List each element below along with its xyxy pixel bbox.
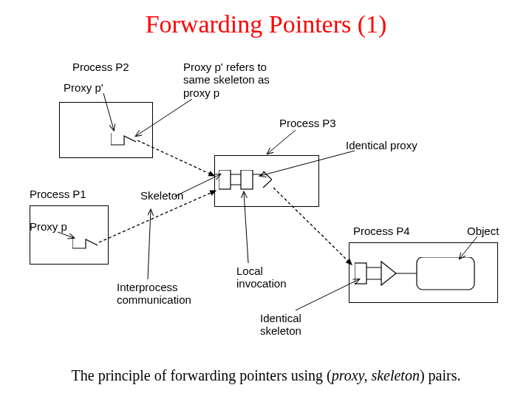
svg-line-11 xyxy=(136,99,192,136)
svg-line-20 xyxy=(369,236,377,244)
caption-suffix: ) pairs. xyxy=(420,367,461,383)
diagram-area: Process P2 Proxy p' Proxy p' refers to s… xyxy=(30,44,502,355)
svg-line-12 xyxy=(267,130,296,154)
slide-title: Forwarding Pointers (1) xyxy=(0,10,532,38)
svg-line-18 xyxy=(244,192,248,263)
svg-line-10 xyxy=(103,93,114,130)
caption-em: proxy, skeleton xyxy=(332,367,420,383)
arrows-layer xyxy=(30,44,502,355)
svg-line-15 xyxy=(174,174,220,197)
svg-line-21 xyxy=(460,236,477,259)
caption-prefix: The principle of forwarding pointers usi… xyxy=(72,367,332,383)
svg-line-19 xyxy=(296,279,359,310)
svg-line-13 xyxy=(260,151,355,176)
slide-caption: The principle of forwarding pointers usi… xyxy=(0,367,532,384)
svg-line-16 xyxy=(58,232,74,238)
